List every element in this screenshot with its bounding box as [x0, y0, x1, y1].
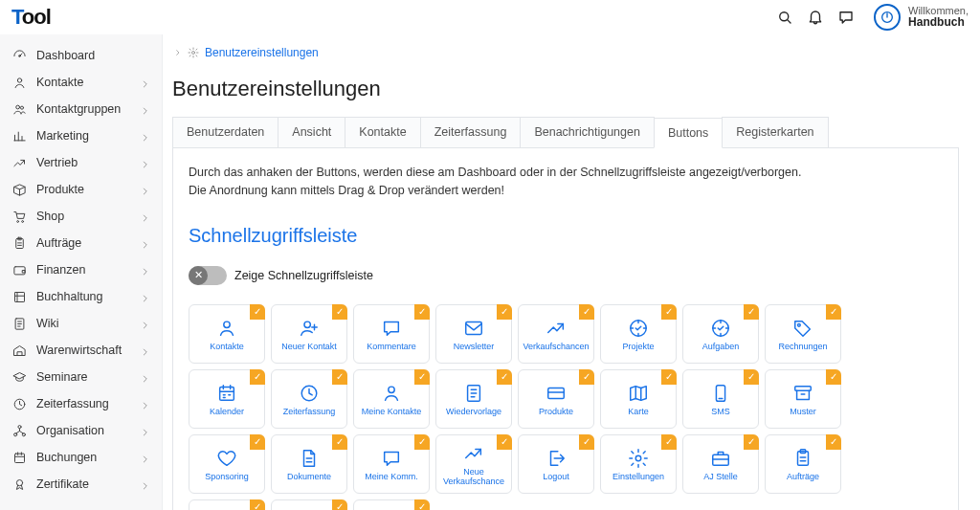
phone-icon — [708, 381, 733, 406]
sidebar-item-finanzen[interactable]: Finanzen — [0, 256, 162, 283]
tile-meine-kontakte[interactable]: ✓Meine Kontakte — [353, 369, 430, 429]
tile-checked-icon: ✓ — [579, 369, 594, 385]
sidebar-item-label: Zertifikate — [36, 477, 141, 491]
mail-icon — [461, 316, 486, 341]
chat-icon[interactable] — [837, 9, 855, 26]
chevron-right-icon — [141, 185, 150, 194]
quickaccess-tile-grid: ✓Kontakte✓Neuer Kontakt✓Kommentare✓Newsl… — [189, 304, 943, 511]
archive-icon — [791, 381, 815, 406]
show-quickaccess-toggle[interactable]: ✕ — [189, 266, 227, 285]
sidebar-item-wiki[interactable]: Wiki — [0, 310, 162, 337]
sidebar-item-marketing[interactable]: Marketing — [0, 122, 162, 149]
tile-kontakte[interactable]: ✓Kontakte — [189, 304, 265, 364]
sidebar-item-zeiterfassung[interactable]: Zeiterfassung — [0, 390, 162, 417]
chevron-right-icon — [141, 345, 150, 355]
tile-zeiterfassung[interactable]: ✓Zeiterfassung — [271, 369, 347, 429]
tab-buttons[interactable]: Buttons — [654, 118, 723, 148]
tile-checked-icon: ✓ — [414, 499, 430, 511]
tile-checked-icon: ✓ — [826, 369, 841, 385]
tile-label: Zeiterfassung — [281, 408, 338, 417]
tile-checked-icon: ✓ — [744, 434, 759, 450]
sidebar-item-label: Kontakte — [36, 76, 141, 89]
tab-benachrichtigungen[interactable]: Benachrichtigungen — [520, 117, 655, 147]
tile-label: Verkaufschancen — [521, 343, 590, 352]
search-icon[interactable] — [776, 9, 793, 26]
sidebar-item-organisation[interactable]: Organisation — [0, 417, 162, 444]
org-icon — [11, 423, 27, 438]
cart-icon — [11, 209, 27, 224]
tile-checked-icon: ✓ — [661, 434, 677, 450]
chevron-right-icon — [141, 238, 150, 248]
tile-karte[interactable]: ✓Karte — [600, 369, 677, 429]
tab-registerkarten[interactable]: Registerkarten — [722, 117, 828, 147]
tile-neue-aufgabe[interactable]: ✓Neue Aufgabe — [189, 499, 265, 511]
tile-label: Kalender — [208, 408, 246, 417]
sidebar-item-auftr-ge[interactable]: Aufträge — [0, 230, 162, 256]
main-content: Benutzereinstellungen Benutzereinstellun… — [163, 34, 980, 510]
tile-newsletter[interactable]: ✓Newsletter — [435, 304, 512, 364]
sidebar-item-produkte[interactable]: Produkte — [0, 176, 162, 203]
sidebar-item-shop[interactable]: Shop — [0, 203, 162, 230]
tile-label: Wiedervorlage — [444, 408, 503, 417]
tile-aufgaben[interactable]: ✓Aufgaben — [682, 304, 759, 364]
tile-neue-verkaufschance[interactable]: ✓Neue Verkaufschance — [435, 434, 512, 494]
tile-kommentare[interactable]: ✓Kommentare — [353, 304, 430, 364]
tile-logout[interactable]: ✓Logout — [518, 434, 594, 494]
breadcrumb-current[interactable]: Benutzereinstellungen — [205, 46, 319, 59]
tile-muster[interactable]: ✓Muster — [765, 369, 841, 429]
sidebar-item-seminare[interactable]: Seminare — [0, 364, 162, 390]
tile-einstellungen[interactable]: ✓Einstellungen — [600, 434, 677, 494]
chevron-right-icon — [141, 104, 150, 114]
tab-kontakte[interactable]: Kontakte — [345, 117, 420, 147]
tile-checked-icon: ✓ — [414, 369, 430, 385]
tile-auftr-ge[interactable]: ✓Aufträge — [765, 434, 841, 494]
tile-meine-komm-[interactable]: ✓Meine Komm. — [353, 434, 430, 494]
tile-sms[interactable]: ✓SMS — [682, 369, 759, 429]
sidebar-item-warenwirtschaft[interactable]: Warenwirtschaft — [0, 337, 162, 364]
tile-checked-icon: ✓ — [332, 304, 347, 320]
tile-sponsoring[interactable]: ✓Sponsoring — [189, 434, 265, 494]
trend-icon — [11, 155, 27, 170]
tile-label: Karte — [626, 408, 651, 417]
tile-checked-icon: ✓ — [332, 369, 347, 385]
user-icon — [214, 316, 239, 341]
sidebar-item-dashboard[interactable]: Dashboard — [0, 42, 162, 69]
tile-label: Produkte — [537, 408, 575, 417]
heart-icon — [214, 446, 239, 471]
chevron-right-icon — [141, 78, 150, 87]
user-menu[interactable]: Willkommen, Handbuch — [874, 4, 969, 31]
sidebar-item-buchungen[interactable]: Buchungen — [0, 444, 162, 471]
tile-label: Neuer Kontakt — [279, 343, 339, 352]
tile-checked-icon: ✓ — [250, 499, 265, 511]
user-icon — [379, 381, 404, 406]
tile-wiedervorlage[interactable]: ✓Wiedervorlage — [435, 369, 512, 429]
tile-support[interactable]: ✓Support — [353, 499, 430, 511]
tile-neuer-kontakt[interactable]: ✓Neuer Kontakt — [271, 304, 347, 364]
sidebar-item-zertifikate[interactable]: Zertifikate — [0, 471, 162, 498]
sidebar-item-label: Organisation — [36, 424, 141, 437]
sidebar-item-kontakte[interactable]: Kontakte — [0, 69, 162, 96]
tile-rechnungen[interactable]: ✓Rechnungen — [765, 304, 841, 364]
tile-projekte[interactable]: ✓Projekte — [600, 304, 677, 364]
tab-ansicht[interactable]: Ansicht — [278, 117, 345, 147]
target-icon — [708, 316, 733, 341]
sidebar-item-label: Seminare — [36, 370, 141, 384]
tab-benutzerdaten[interactable]: Benutzerdaten — [172, 117, 278, 147]
sidebar-item-vertrieb[interactable]: Vertrieb — [0, 149, 162, 176]
sidebar-item-buchhaltung[interactable]: Buchhaltung — [0, 283, 162, 310]
tile-aj-industrie[interactable]: ✓AJ Industrie — [271, 499, 347, 511]
sidebar-item-label: Warenwirtschaft — [36, 344, 141, 357]
tab-zeiterfassung[interactable]: Zeiterfassung — [420, 117, 522, 147]
ledger-icon — [11, 289, 27, 304]
bell-icon[interactable] — [807, 9, 824, 26]
power-icon — [874, 4, 901, 31]
tile-produkte[interactable]: ✓Produkte — [518, 369, 594, 429]
tile-checked-icon: ✓ — [826, 434, 841, 450]
sidebar-item-kontaktgruppen[interactable]: Kontaktgruppen — [0, 96, 162, 122]
tile-verkaufschancen[interactable]: ✓Verkaufschancen — [518, 304, 594, 364]
tile-dokumente[interactable]: ✓Dokumente — [271, 434, 347, 494]
briefcase-icon — [708, 446, 733, 471]
tile-aj-stelle[interactable]: ✓AJ Stelle — [682, 434, 759, 494]
tile-kalender[interactable]: ✓Kalender — [189, 369, 265, 429]
calendar-icon — [214, 381, 239, 406]
